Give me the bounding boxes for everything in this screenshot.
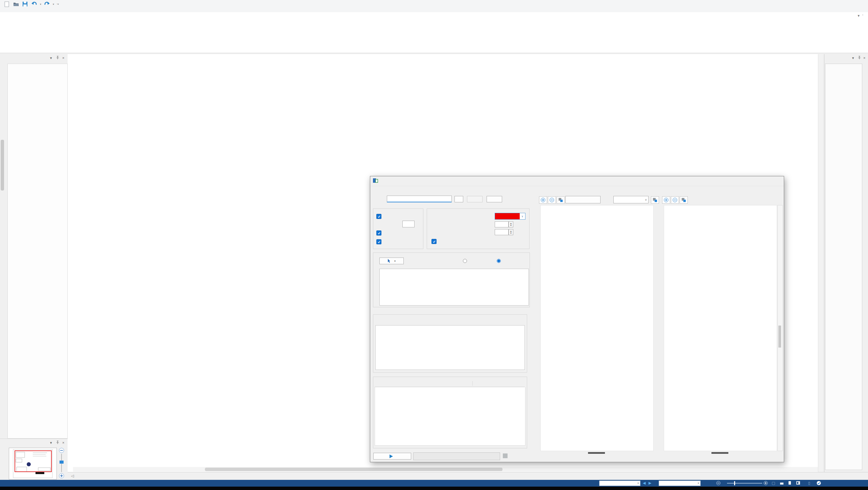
run-compare-button[interactable] (373, 453, 411, 460)
preview-pane-right[interactable] (664, 205, 777, 451)
refresh-current-doc-button[interactable] (565, 196, 601, 203)
marker-color-dropdown-icon[interactable]: ∨ (520, 213, 525, 220)
zoom-out-left-icon[interactable] (548, 196, 556, 204)
world-view-thumbnail[interactable] (9, 448, 57, 480)
canvas-hscrollbar[interactable] (73, 467, 818, 472)
mapping-table[interactable] (379, 269, 529, 306)
world-view-zoom-slider[interactable] (57, 448, 66, 480)
layer-mode-icon[interactable] (788, 481, 792, 486)
fill-mode-icon[interactable] (780, 481, 784, 486)
palette-pin-icon[interactable] (56, 56, 59, 60)
bottom-strip (0, 487, 868, 490)
zoom-slider-thumb[interactable] (734, 481, 735, 485)
fit-view-right-icon[interactable] (680, 196, 688, 204)
angle-lock-selector[interactable]: ▾ (659, 481, 701, 486)
show-dropdown[interactable]: ∨ (613, 196, 649, 203)
purge-button[interactable] (487, 196, 502, 202)
sheet-tab-bar: ◁ (68, 472, 868, 480)
compare-progress-bar (413, 452, 500, 460)
tasks-menu-icon[interactable]: ▾ (852, 56, 854, 60)
sheet-name-radio (497, 259, 501, 263)
tab-scroll-left-icon[interactable]: ◁ (71, 474, 74, 478)
zoom-in-right-icon[interactable] (662, 196, 670, 204)
close-button[interactable] (854, 0, 866, 8)
multiple-zoom-spinner[interactable]: ▲▼ (509, 229, 513, 235)
load-button[interactable] (467, 196, 483, 202)
dialog-icon (373, 178, 378, 184)
browse-button[interactable] (454, 196, 463, 202)
open-file-icon[interactable] (13, 1, 19, 7)
canvas-vscrollbar[interactable] (818, 54, 823, 472)
palette-items (7, 64, 68, 439)
differences-checkbox (376, 214, 381, 219)
missing-sheets-checkbox-row[interactable] (376, 230, 383, 236)
tasks-body (825, 64, 862, 470)
grid-mode-icon[interactable] (796, 481, 800, 486)
redo-icon[interactable] (44, 1, 50, 7)
tasks-pin-icon[interactable] (858, 56, 861, 60)
dialog-vscrollbar[interactable] (777, 205, 783, 451)
zoom-in-icon[interactable] (764, 481, 768, 486)
map-by-drawing-radio-row[interactable] (463, 259, 469, 263)
marker-color-swatch[interactable] (495, 213, 520, 220)
status-bar: ▾ ◀ ▶ ▾ ▢ ▯ (0, 480, 868, 487)
palette-tab-strip (0, 64, 7, 439)
compare-results-list[interactable] (375, 325, 525, 370)
zoom-in-left-icon[interactable] (539, 196, 547, 204)
palette-close-icon[interactable]: × (62, 56, 64, 60)
world-view-panel: ▾ × (0, 439, 68, 480)
select-mode-icon[interactable]: ▢ (772, 481, 775, 485)
play-icon (390, 454, 393, 458)
mapping-select-button[interactable]: ▾ (379, 258, 404, 264)
maximize-button[interactable] (843, 0, 854, 8)
differences-checkbox-row[interactable] (376, 214, 383, 219)
minimize-button[interactable] (831, 0, 843, 8)
single-zoom-input[interactable] (495, 221, 509, 227)
next-sheet-icon[interactable]: ▶ (649, 481, 651, 485)
undo-icon[interactable] (31, 1, 38, 7)
extra-sheets-checkbox-row[interactable] (376, 239, 383, 244)
qat-overflow-icon[interactable]: ⸱▾ (56, 2, 59, 6)
ribbon-style-control[interactable]: ▾ˆ (855, 14, 863, 18)
tool-palette-panel: ▾ × (0, 54, 68, 439)
map-by-sheet-radio-row[interactable] (497, 259, 503, 263)
comments-list[interactable] (375, 387, 525, 446)
compare-documents-dialog: ∨ ▲▼ ▲▼ ▾ (370, 176, 784, 462)
canvas-vscrollbar-thumb[interactable] (1, 140, 4, 191)
sheet-selector[interactable]: ▾ (599, 481, 640, 486)
preview-left-hscroll-thumb[interactable] (588, 452, 605, 454)
world-view-pin-icon[interactable] (56, 441, 59, 445)
preview-right-hscroll-thumb[interactable] (711, 452, 728, 454)
zoom-slider-track[interactable] (727, 483, 762, 484)
redo-dropdown-icon[interactable]: ▾ (53, 3, 54, 6)
sync-zoom-checkbox (431, 239, 437, 244)
world-view-menu-icon[interactable]: ▾ (50, 441, 52, 445)
tasks-close-icon[interactable]: × (863, 56, 865, 60)
quick-access-toolbar: ▾ ▾ ⸱▾ (3, 1, 59, 7)
palette-menu-icon[interactable]: ▾ (50, 56, 52, 60)
multiple-zoom-input[interactable] (495, 229, 509, 235)
file-input[interactable] (387, 196, 452, 202)
tile-view-icon[interactable] (651, 196, 659, 204)
cursor-icon (388, 259, 391, 263)
single-zoom-spinner[interactable]: ▲▼ (509, 221, 513, 227)
tolerance-input[interactable] (402, 221, 415, 227)
zoom-out-icon[interactable] (716, 481, 721, 486)
undo-dropdown-icon[interactable]: ▾ (40, 3, 41, 6)
new-file-icon[interactable] (3, 1, 10, 7)
preview-pane-left[interactable] (540, 205, 654, 451)
save-icon[interactable] (22, 1, 28, 7)
tasks-panel: ▾ × (824, 54, 868, 472)
sync-zoom-checkbox-row[interactable] (431, 239, 439, 244)
world-view-close-icon[interactable]: × (62, 441, 64, 445)
fit-view-left-icon[interactable] (557, 196, 565, 204)
zoom-out-right-icon[interactable] (671, 196, 679, 204)
notes-block (482, 108, 749, 116)
cancel-icon (503, 453, 508, 458)
milling-check-icon (817, 481, 821, 486)
clipboard-icon[interactable]: ▯ (808, 481, 810, 485)
world-view-zoom-thumb (60, 461, 64, 464)
ribbon-tab-strip (0, 12, 868, 21)
ribbon (0, 21, 868, 53)
prev-sheet-icon[interactable]: ◀ (643, 481, 646, 485)
